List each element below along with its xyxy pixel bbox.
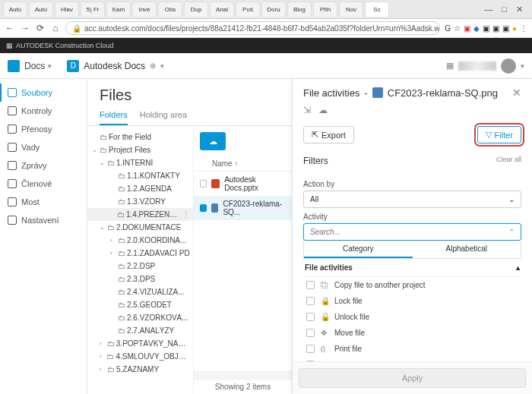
cloud-icon[interactable]: ☁ (318, 105, 328, 115)
ext-icon[interactable]: ▣ (492, 24, 499, 33)
content-tab[interactable]: Folders (100, 110, 128, 125)
activity-option[interactable]: 🔒Lock file (303, 293, 521, 309)
file-row[interactable]: Autodesk Docs.pptx (194, 172, 292, 196)
checkbox[interactable] (306, 281, 315, 289)
browser-tab[interactable]: Kam (106, 2, 131, 17)
close-icon[interactable]: ✕ (516, 5, 523, 14)
search-input[interactable] (310, 228, 508, 236)
list-header[interactable]: Name ↑ (194, 156, 292, 172)
forward-icon[interactable]: → (20, 23, 30, 33)
sidebar-item[interactable]: Vady (0, 138, 87, 156)
tree-item[interactable]: ⌄🗀1.INTERNÍ (87, 156, 193, 169)
ext-icon[interactable]: ⋮ (520, 24, 527, 33)
tree-item[interactable]: 🗀1.2.AGENDA (87, 182, 193, 195)
browser-tab[interactable]: Poš (236, 2, 260, 17)
export-button[interactable]: ⇱Export (303, 126, 354, 143)
globe-icon[interactable]: ⊕ (150, 61, 156, 70)
activity-option[interactable]: ✥Move file (303, 325, 521, 341)
file-row[interactable]: CF2023-reklama-SQ... (194, 196, 292, 220)
docs-label[interactable]: Docs (24, 61, 45, 71)
link-icon[interactable]: ⇲ (303, 105, 311, 115)
chevron-down-icon[interactable]: ▾ (160, 62, 164, 70)
back-icon[interactable]: ← (5, 23, 15, 33)
browser-tab[interactable]: Doru (261, 2, 286, 17)
category-tab[interactable]: Alphabetical (413, 241, 521, 258)
apply-button[interactable]: Apply (299, 368, 526, 388)
product-name[interactable]: Autodesk Docs (84, 61, 145, 71)
content-tab[interactable]: Holding area (140, 110, 187, 125)
activity-option[interactable]: ⿻Copy file to another project (303, 277, 521, 293)
minimize-icon[interactable]: — (484, 5, 492, 14)
sidebar-item[interactable]: Zprávy (0, 156, 87, 175)
row-checkbox[interactable] (200, 180, 207, 188)
sidebar-item[interactable]: Kontroly (0, 102, 87, 120)
checkbox[interactable] (306, 345, 315, 353)
close-panel-icon[interactable]: ✕ (512, 87, 521, 99)
browser-tab[interactable]: Auto (29, 2, 53, 17)
chevron-down-icon[interactable]: ▾ (48, 62, 52, 70)
row-checkbox[interactable] (200, 204, 207, 212)
browser-tab[interactable]: 5) Fr (81, 2, 105, 17)
action-by-select[interactable]: All⌄ (303, 191, 521, 208)
sidebar-item[interactable]: Členové (0, 175, 87, 193)
avatar[interactable] (501, 58, 516, 74)
browser-tab[interactable]: Přih (313, 2, 337, 17)
tree-item[interactable]: ⌄🗀Project Files (87, 143, 193, 156)
tree-item[interactable]: 🗀2.4.VIZUALIZA... (87, 285, 193, 298)
activity-option[interactable]: ⎙Print file (303, 341, 521, 357)
chevron-up-icon[interactable]: ⌃ (508, 228, 515, 236)
tree-item[interactable]: ›🗀2.0.KOORDINA... (87, 234, 193, 247)
tree-item[interactable]: 🗀2.2.DSP (87, 260, 193, 273)
ext-icon[interactable]: ☆ (454, 24, 461, 33)
browser-tab[interactable]: Blog (287, 2, 312, 17)
browser-tab[interactable]: Auto (3, 2, 27, 17)
checkbox[interactable] (306, 313, 315, 321)
browser-tab[interactable]: Inve (132, 2, 157, 17)
browser-tab[interactable]: Sc (365, 2, 389, 17)
browser-tab[interactable]: Anal (210, 2, 234, 17)
chevron-down-icon[interactable]: ▾ (521, 62, 524, 70)
tree-item[interactable]: 🗀2.6.VZORKOVÁ... (87, 311, 193, 324)
horizontal-scrollbar[interactable] (194, 371, 292, 379)
browser-tab[interactable]: Dop (184, 2, 208, 17)
activity-group-header[interactable]: File activities▴ (303, 259, 521, 277)
home-icon[interactable]: ⌂ (50, 23, 61, 33)
sidebar-item[interactable]: Soubory (0, 84, 87, 102)
tree-item[interactable]: ›🗀3.POPTÁVKY_NABÍ... (87, 337, 193, 350)
filter-button[interactable]: ▽Filter (477, 126, 521, 143)
browser-tab[interactable]: Nov (339, 2, 363, 17)
activity-option[interactable]: 🔓Unlock file (303, 309, 521, 325)
apps-icon[interactable]: ▦ (446, 61, 454, 71)
sidebar-item[interactable]: Most (0, 193, 87, 211)
tree-item[interactable]: 🗀2.5.GEODET (87, 298, 193, 311)
tree-item[interactable]: 🗀2.3.DPS (87, 273, 193, 285)
tree-item[interactable]: ›🗀2.1.ZADÁVACÍ PD (87, 247, 193, 260)
checkbox[interactable] (306, 329, 315, 337)
ext-icon[interactable]: ◆ (473, 24, 480, 33)
maximize-icon[interactable]: □ (502, 5, 507, 14)
browser-tab[interactable]: Hlav (55, 2, 79, 17)
tree-item[interactable]: ›🗀4.SMLOUVY_OBJED... (87, 350, 193, 363)
collapse-icon[interactable]: ▴ (516, 263, 520, 272)
tree-item[interactable]: ›🗀5.ZÁZNAMY (87, 363, 193, 376)
clear-all-link[interactable]: Clear all (496, 156, 521, 166)
ext-icon[interactable]: ▣ (502, 24, 509, 33)
tree-item[interactable]: 🗀1.3.VZORY (87, 195, 193, 208)
url-input[interactable]: 🔒acc.autodesk.com/docs/files/projects/88… (65, 21, 440, 35)
ext-icon[interactable]: ● (512, 24, 517, 33)
tree-item[interactable]: 🗀1.1.KONTAKTY (87, 169, 193, 182)
tree-item[interactable]: 🗀2.7.ANALÝZY (87, 324, 193, 337)
sidebar-item[interactable]: Nastavení (0, 211, 87, 229)
category-tab[interactable]: Category (304, 241, 413, 258)
tree-item[interactable]: 🗀1.4.PREZENTACE⋮ (87, 208, 193, 221)
ext-icon[interactable]: ▣ (464, 24, 470, 33)
ext-icon[interactable]: ▣ (483, 24, 489, 33)
checkbox[interactable] (306, 297, 315, 305)
tree-item[interactable]: 🗀For the Field (87, 131, 193, 143)
ext-icon[interactable]: G (445, 24, 451, 33)
upload-button[interactable]: ☁ (200, 132, 226, 150)
tree-item[interactable]: ⌄🗀2.DOKUMENTACE (87, 221, 193, 234)
reload-icon[interactable]: ⟳ (35, 23, 46, 33)
sidebar-item[interactable]: Přenosy (0, 120, 87, 138)
browser-tab[interactable]: Obs (158, 2, 182, 17)
